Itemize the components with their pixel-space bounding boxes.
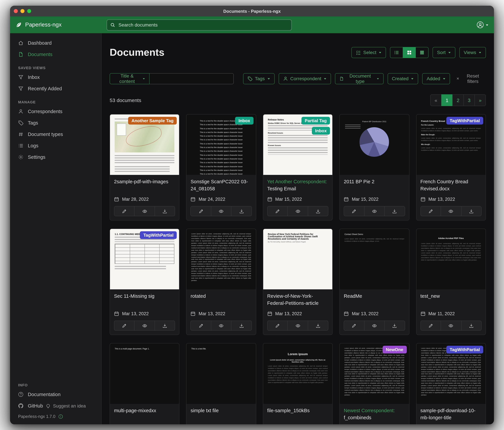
view-document-button[interactable] bbox=[211, 321, 232, 331]
document-card[interactable]: This is a test file. simple txt file bbox=[186, 343, 256, 424]
edit-document-button[interactable] bbox=[344, 206, 364, 216]
download-document-button[interactable] bbox=[384, 206, 405, 216]
document-title[interactable]: 2011 BP Pie 2 bbox=[344, 178, 405, 192]
filter-document-type-dropdown[interactable]: Document type bbox=[335, 73, 383, 84]
document-card[interactable]: Inbox This is a test for the double spac… bbox=[186, 114, 256, 221]
document-card[interactable]: Partial TagInbox Release NotesSimba ODBC… bbox=[263, 114, 333, 221]
view-document-button[interactable] bbox=[441, 321, 461, 331]
download-document-button[interactable] bbox=[231, 206, 252, 216]
document-thumbnail[interactable]: TagWithPartial French Country BreadFor t… bbox=[416, 114, 486, 175]
document-title[interactable]: ReadMe bbox=[344, 293, 405, 307]
document-thumbnail[interactable]: This is a multi page document. Page 1. bbox=[110, 343, 179, 404]
tag-badge[interactable]: Another Sample Tag bbox=[128, 117, 177, 124]
document-card[interactable]: Another Sample Tag 2sample-pdf-with-imag… bbox=[110, 114, 180, 221]
document-thumbnail[interactable]: Patient BP Distribution 2011 bbox=[340, 114, 409, 175]
view-document-button[interactable] bbox=[364, 321, 385, 331]
window-minimize-button[interactable] bbox=[20, 9, 25, 13]
select-dropdown[interactable]: Select bbox=[351, 47, 386, 58]
sidebar-item-settings[interactable]: Settings bbox=[10, 151, 101, 163]
download-document-button[interactable] bbox=[231, 321, 252, 331]
document-card[interactable]: Review of New York Federal Petitions for… bbox=[263, 229, 333, 335]
sidebar-item-suggest-idea[interactable]: Suggest an idea bbox=[45, 403, 86, 408]
view-document-button[interactable] bbox=[134, 321, 155, 331]
document-card[interactable]: NewOne Lorem ipsum dolor sit amet, conse… bbox=[339, 343, 409, 424]
edit-document-button[interactable] bbox=[344, 321, 364, 331]
document-correspondent-link[interactable]: Newest Correspondent: bbox=[344, 408, 395, 413]
edit-document-button[interactable] bbox=[191, 321, 211, 331]
document-thumbnail[interactable]: Another Sample Tag bbox=[110, 114, 179, 175]
document-title[interactable]: Sonstige ScanPC2022 03-24_081058 bbox=[191, 178, 252, 192]
tag-badge[interactable]: TagWithPartial bbox=[140, 231, 177, 239]
views-dropdown[interactable]: Views bbox=[459, 47, 486, 58]
view-document-button[interactable] bbox=[211, 206, 232, 216]
sidebar-item-tags[interactable]: Tags bbox=[10, 117, 101, 129]
sidebar-item-dashboard[interactable]: Dashboard bbox=[10, 37, 101, 49]
sidebar-item-document-types[interactable]: Document types bbox=[10, 129, 101, 140]
sidebar-item-github[interactable]: GitHub bbox=[10, 400, 45, 411]
document-title[interactable]: sample-pdf-download-10-mb-longer-title bbox=[420, 407, 482, 421]
document-card[interactable]: Lorem ipsumLorem ipsum dolor sit amet, c… bbox=[263, 343, 333, 424]
document-title[interactable]: Review-of-New-York-Federal-Petitions-art… bbox=[267, 293, 328, 307]
edit-document-button[interactable] bbox=[420, 321, 441, 331]
document-title[interactable]: simple txt file bbox=[191, 407, 252, 421]
download-document-button[interactable] bbox=[155, 206, 175, 216]
view-document-button[interactable] bbox=[288, 321, 308, 331]
view-grid-button[interactable] bbox=[403, 47, 416, 58]
user-menu[interactable] bbox=[477, 21, 489, 28]
download-document-button[interactable] bbox=[461, 206, 482, 216]
document-title[interactable]: Sec 11-Missing sig bbox=[114, 293, 175, 307]
document-card[interactable]: TagWithPartial French Country BreadFor t… bbox=[416, 114, 486, 221]
document-thumbnail[interactable]: Review of New York Federal Petitions for… bbox=[263, 229, 333, 289]
tag-badge[interactable]: Partial Tag bbox=[301, 117, 330, 124]
edit-document-button[interactable] bbox=[114, 321, 135, 331]
sort-dropdown[interactable]: Sort bbox=[432, 47, 455, 58]
download-document-button[interactable] bbox=[308, 321, 328, 331]
view-detail-button[interactable] bbox=[415, 47, 429, 58]
filter-field-dropdown[interactable]: Title & content bbox=[110, 73, 149, 84]
filter-created-dropdown[interactable]: Created bbox=[387, 73, 418, 84]
sidebar-item-recently-added[interactable]: Recently Added bbox=[10, 83, 101, 94]
document-title[interactable]: multi-page-mixedxx bbox=[114, 407, 175, 421]
document-thumbnail[interactable]: TagWithPartial Lorem ipsum dolor sit ame… bbox=[416, 343, 486, 404]
document-title[interactable]: French Country Bread Revised.docx bbox=[420, 178, 482, 192]
pagination-page-2[interactable]: 2 bbox=[452, 94, 464, 106]
document-card[interactable]: Contact Sheet DemoLorem ipsum dolor sit … bbox=[339, 229, 409, 335]
download-document-button[interactable] bbox=[308, 206, 328, 216]
document-correspondent-link[interactable]: Yet Another Correspondent: bbox=[267, 179, 327, 184]
document-card[interactable]: Patient BP Distribution 2011 2011 BP Pie… bbox=[339, 114, 409, 221]
view-document-button[interactable] bbox=[364, 206, 385, 216]
tag-badge[interactable]: TagWithPartial bbox=[446, 346, 483, 354]
edit-document-button[interactable] bbox=[420, 206, 441, 216]
window-zoom-button[interactable] bbox=[27, 9, 31, 13]
view-document-button[interactable] bbox=[441, 206, 461, 216]
sidebar-item-logs[interactable]: Logs bbox=[10, 140, 101, 151]
tag-badge[interactable]: Inbox bbox=[235, 117, 253, 124]
edit-document-button[interactable] bbox=[267, 206, 288, 216]
tag-badge[interactable]: Inbox bbox=[312, 127, 330, 135]
view-list-button[interactable] bbox=[390, 47, 403, 58]
document-title[interactable]: test_new bbox=[420, 293, 482, 307]
download-document-button[interactable] bbox=[384, 321, 405, 331]
edit-document-button[interactable] bbox=[114, 206, 135, 216]
document-card[interactable]: TagWithPartial Lorem ipsum dolor sit ame… bbox=[416, 343, 486, 424]
info-circle-icon[interactable] bbox=[58, 414, 63, 419]
pagination-page-1[interactable]: 1 bbox=[441, 94, 453, 106]
download-document-button[interactable] bbox=[461, 321, 482, 331]
tag-badge[interactable]: TagWithPartial bbox=[446, 117, 483, 124]
edit-document-button[interactable] bbox=[191, 206, 211, 216]
document-thumbnail[interactable]: Partial TagInbox Release NotesSimba ODBC… bbox=[263, 114, 333, 175]
document-thumbnail[interactable]: Contact Sheet DemoLorem ipsum dolor sit … bbox=[340, 229, 409, 289]
document-title[interactable]: 2sample-pdf-with-images bbox=[114, 178, 175, 192]
document-card[interactable]: Adobe Acrobat PDF FilesLorem ipsum dolor… bbox=[416, 229, 486, 335]
document-card[interactable]: Lorem ipsum dolor sit amet, consectetur … bbox=[186, 229, 256, 335]
search-input[interactable] bbox=[118, 22, 288, 28]
reset-filters-button[interactable]: Reset filters bbox=[454, 73, 486, 84]
filter-correspondent-dropdown[interactable]: Correspondent bbox=[279, 73, 331, 84]
document-thumbnail[interactable]: Lorem ipsum dolor sit amet, consectetur … bbox=[187, 229, 256, 289]
window-close-button[interactable] bbox=[14, 9, 18, 13]
document-card[interactable]: This is a multi page document. Page 1. m… bbox=[110, 343, 180, 424]
tag-badge[interactable]: NewOne bbox=[382, 346, 407, 354]
sidebar-item-documentation[interactable]: Documentation bbox=[10, 389, 101, 400]
pagination-next-button[interactable]: » bbox=[475, 94, 486, 106]
view-document-button[interactable] bbox=[134, 206, 155, 216]
